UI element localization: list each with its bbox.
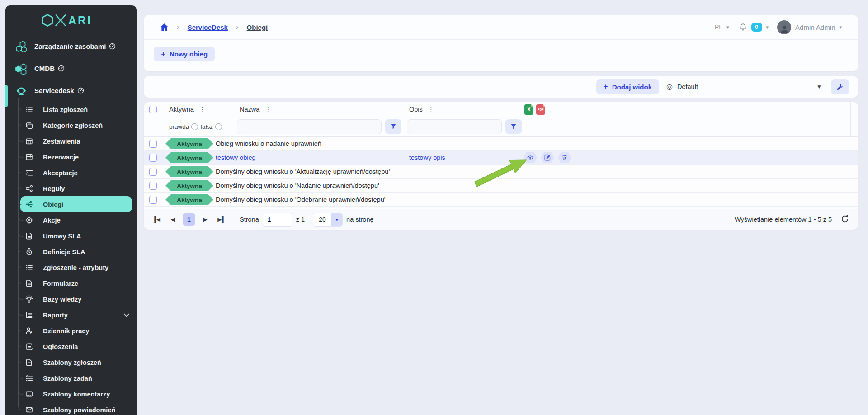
prev-page-button[interactable]: ◀ bbox=[166, 213, 179, 226]
document-icon bbox=[25, 359, 33, 366]
app-logo[interactable]: ARI bbox=[5, 5, 137, 35]
sidebar-item-akcje[interactable]: Akcje bbox=[5, 212, 137, 228]
person-silhouette-icon bbox=[778, 23, 790, 34]
home-icon[interactable] bbox=[160, 23, 169, 32]
edit-workflow-button[interactable] bbox=[541, 152, 554, 163]
items-summary: Wyświetlanie elementów 1 - 5 z 5 bbox=[735, 216, 832, 223]
sidebar-item-formularze[interactable]: Formularze bbox=[5, 275, 137, 291]
refresh-icon bbox=[840, 214, 849, 224]
sidebar-item-obiegi[interactable]: Obiegi bbox=[20, 196, 132, 212]
sidebar-item-servicedesk[interactable]: Servicedesk bbox=[5, 79, 137, 102]
sidebar-item-akceptacje[interactable]: Akceptacje bbox=[5, 165, 137, 181]
sidebar-item-ogloszenia[interactable]: Ogłoszenia bbox=[5, 339, 137, 354]
sub-label: Zestawienia bbox=[43, 138, 80, 145]
page-number-input[interactable] bbox=[263, 213, 292, 227]
sub-label: Formularze bbox=[43, 280, 78, 287]
user-menu[interactable]: Admin Admin bbox=[795, 23, 835, 31]
sidebar-item-szablony-komentarzy[interactable]: Szablony komentarzy bbox=[5, 386, 137, 402]
view-select-dropdown[interactable]: ◎ Default ▼ bbox=[666, 79, 824, 94]
sub-label: Kategorie zgłoszeń bbox=[43, 122, 103, 129]
notification-badge[interactable]: 0 bbox=[751, 23, 762, 32]
column-header-opis[interactable]: Opis ⋮ bbox=[405, 106, 524, 113]
sidebar-item-reguly[interactable]: Reguły bbox=[5, 181, 137, 196]
gauge-icon bbox=[109, 43, 116, 50]
sidebar-item-cmdb[interactable]: CMDB bbox=[5, 57, 137, 79]
target-icon bbox=[25, 216, 33, 224]
sidebar-item-rezerwacje[interactable]: Rezerwacje bbox=[5, 149, 137, 165]
nazwa-filter-input[interactable] bbox=[237, 119, 382, 134]
nazwa-filter-button[interactable] bbox=[385, 119, 401, 134]
breadcrumb: › ServiceDesk › Obiegi PL ▾ 0 ▾ Admin Ad… bbox=[144, 15, 858, 40]
page-size-select[interactable]: 20 ▼ bbox=[313, 213, 343, 227]
first-page-button[interactable]: ▐◀ bbox=[150, 213, 163, 226]
column-label: Nazwa bbox=[240, 106, 259, 113]
chevron-down-icon: ▾ bbox=[766, 24, 769, 30]
table-row[interactable]: Aktywna Obieg wniosku o nadanie uprawnie… bbox=[144, 137, 858, 151]
view-settings-button[interactable] bbox=[831, 79, 849, 94]
row-checkbox[interactable] bbox=[149, 182, 157, 190]
table-row[interactable]: Aktywna Domyślny obieg wniosku o 'Aktual… bbox=[144, 165, 858, 179]
sidebar-item-definicje-sla[interactable]: Definicje SLA bbox=[5, 244, 137, 260]
column-header-aktywna[interactable]: Aktywna ⋮ bbox=[162, 106, 214, 113]
document-icon bbox=[25, 232, 33, 240]
row-checkbox[interactable] bbox=[149, 154, 157, 162]
sidebar-item-raporty[interactable]: Raporty bbox=[5, 307, 137, 323]
workflow-name-link[interactable]: testowy obieg bbox=[214, 154, 405, 161]
column-menu-icon[interactable]: ⋮ bbox=[265, 106, 271, 113]
sub-label: Lista zgłoszeń bbox=[43, 106, 88, 113]
person-icon bbox=[25, 327, 33, 335]
radio-true[interactable] bbox=[191, 123, 198, 130]
breadcrumb-separator: › bbox=[177, 23, 179, 32]
sidebar-item-lista-zgloszen[interactable]: Lista zgłoszeń bbox=[5, 102, 137, 117]
avatar[interactable] bbox=[777, 20, 791, 34]
sidebar-item-bazy-wiedzy[interactable]: Bazy wiedzy bbox=[5, 291, 137, 307]
sidebar-item-zarzadzanie-zasobami[interactable]: Zarządzanie zasobami bbox=[5, 35, 137, 57]
last-page-button[interactable]: ▶▌ bbox=[215, 213, 228, 226]
sidebar-item-szablony-powiadomien[interactable]: Szablony powiadomień bbox=[5, 402, 137, 415]
delete-workflow-button[interactable] bbox=[558, 152, 571, 163]
select-all-checkbox[interactable] bbox=[149, 106, 157, 113]
refresh-button[interactable] bbox=[840, 214, 850, 224]
sidebar-item-umowy-sla[interactable]: Umowy SLA bbox=[5, 228, 137, 244]
sidebar-item-szablony-zgloszen[interactable]: Szablony zgłoszeń bbox=[5, 354, 137, 370]
page-label: Strona bbox=[240, 216, 259, 223]
row-checkbox[interactable] bbox=[149, 196, 157, 204]
export-excel-icon[interactable]: X bbox=[524, 104, 533, 115]
copy-icon bbox=[25, 121, 33, 129]
language-selector[interactable]: PL bbox=[715, 23, 722, 31]
bell-icon[interactable] bbox=[739, 23, 747, 32]
trash-icon bbox=[561, 154, 568, 161]
current-page-button[interactable]: 1 bbox=[183, 213, 195, 226]
opis-filter-input[interactable] bbox=[407, 119, 502, 134]
workflow-desc-link[interactable]: testowy opis bbox=[405, 154, 524, 161]
sidebar-item-szablony-zadan[interactable]: Szablony zadań bbox=[5, 370, 137, 386]
opis-filter-button[interactable] bbox=[505, 119, 522, 134]
column-menu-icon[interactable]: ⋮ bbox=[199, 106, 206, 113]
row-checkbox[interactable] bbox=[149, 168, 157, 176]
new-workflow-button[interactable]: + Nowy obieg bbox=[154, 47, 215, 61]
sub-label: Akceptacje bbox=[43, 169, 78, 177]
export-pdf-icon[interactable]: PDF bbox=[536, 104, 545, 115]
row-checkbox[interactable] bbox=[149, 140, 157, 148]
view-workflow-button[interactable] bbox=[524, 152, 537, 163]
sidebar-item-dziennik-pracy[interactable]: Dziennik pracy bbox=[5, 323, 137, 339]
header-card: › ServiceDesk › Obiegi PL ▾ 0 ▾ Admin Ad… bbox=[144, 15, 858, 71]
column-menu-icon[interactable]: ⋮ bbox=[428, 106, 434, 113]
dropdown-arrow-icon: ▼ bbox=[331, 213, 342, 226]
breadcrumb-servicedesk-link[interactable]: ServiceDesk bbox=[188, 23, 228, 31]
sub-label: Szablony powiadomień bbox=[43, 406, 115, 414]
add-view-button[interactable]: + Dodaj widok bbox=[596, 79, 659, 94]
sidebar-item-zgloszenie-atrybuty[interactable]: Zgłoszenie - atrybuty bbox=[5, 260, 137, 275]
sidebar-item-kategorie-zgloszen[interactable]: Kategorie zgłoszeń bbox=[5, 117, 137, 133]
sidebar-item-zestawienia[interactable]: Zestawienia bbox=[5, 133, 137, 149]
servicedesk-subnav: Lista zgłoszeń Kategorie zgłoszeń Zestaw… bbox=[5, 102, 137, 415]
sidebar: ARI Zarządzanie zasobami CMDB Servicedes… bbox=[5, 5, 137, 415]
checklist-icon bbox=[25, 374, 33, 382]
table-row[interactable]: Aktywna Domyślny obieg wniosku o 'Nadani… bbox=[144, 179, 858, 193]
nazwa-filter bbox=[214, 119, 405, 134]
table-row[interactable]: Aktywna Domyślny obieg wniosku o 'Odebra… bbox=[144, 193, 858, 207]
table-row[interactable]: Aktywna testowy obieg testowy opis bbox=[144, 151, 858, 165]
breadcrumb-obiegi-current[interactable]: Obiegi bbox=[247, 23, 268, 31]
next-page-button[interactable]: ▶ bbox=[199, 213, 212, 226]
column-header-nazwa[interactable]: Nazwa ⋮ bbox=[214, 106, 405, 113]
